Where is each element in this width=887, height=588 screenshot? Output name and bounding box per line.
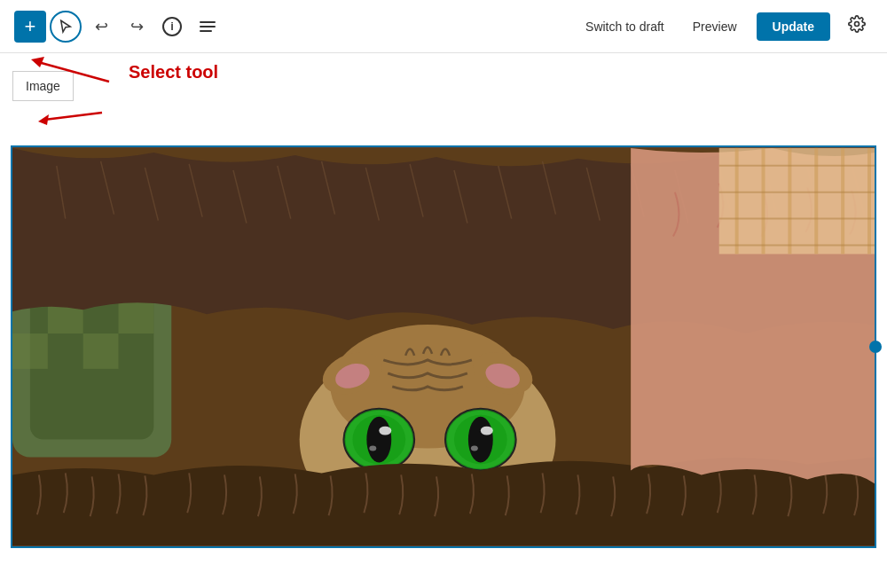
svg-point-55 — [471, 446, 478, 451]
select-tool-button[interactable] — [50, 11, 82, 43]
cat-image — [12, 147, 875, 546]
switch-to-draft-button[interactable]: Switch to draft — [577, 14, 673, 39]
svg-line-3 — [44, 113, 102, 120]
select-tool-annotation-label: Select tool — [129, 62, 218, 82]
annotation-arrow-2 — [31, 95, 111, 139]
toolbar-right: Switch to draft Preview Update — [577, 11, 873, 43]
svg-rect-15 — [119, 298, 154, 333]
svg-point-46 — [366, 417, 391, 463]
gear-icon — [848, 15, 866, 37]
redo-button[interactable]: ↪ — [121, 11, 153, 43]
redo-icon: ↪ — [130, 17, 144, 36]
preview-button[interactable]: Preview — [684, 14, 746, 39]
plus-icon: + — [25, 15, 36, 38]
svg-point-47 — [379, 427, 391, 435]
settings-button[interactable] — [841, 11, 873, 43]
svg-point-54 — [481, 427, 493, 435]
update-button[interactable]: Update — [757, 12, 830, 41]
info-button[interactable]: i — [156, 11, 188, 43]
cat-image-svg — [12, 147, 875, 546]
toolbar: + ↩ ↪ i Switch — [0, 0, 887, 53]
svg-marker-4 — [38, 114, 49, 125]
svg-rect-16 — [12, 333, 48, 369]
svg-point-0 — [855, 22, 860, 27]
info-icon: i — [162, 17, 182, 36]
undo-button[interactable]: ↩ — [85, 11, 117, 43]
svg-line-1 — [38, 62, 109, 82]
svg-rect-63 — [719, 148, 875, 255]
image-content-area[interactable] — [11, 145, 876, 548]
annotation-area: Image Select tool — [0, 53, 887, 142]
svg-marker-2 — [31, 57, 44, 67]
list-view-button[interactable] — [192, 11, 224, 43]
svg-rect-17 — [83, 333, 119, 369]
undo-icon: ↩ — [95, 17, 108, 36]
resize-handle-right[interactable] — [869, 341, 882, 353]
toolbar-left: + ↩ ↪ i — [14, 11, 577, 43]
add-block-button[interactable]: + — [14, 11, 46, 43]
list-icon — [200, 21, 216, 32]
svg-point-48 — [369, 446, 376, 451]
svg-point-53 — [468, 417, 493, 463]
cursor-icon — [58, 19, 74, 35]
